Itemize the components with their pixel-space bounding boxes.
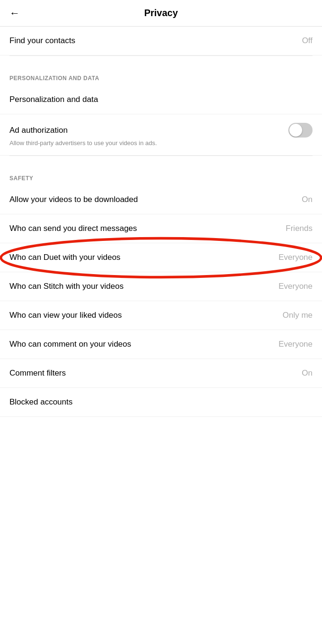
spacer-2: [0, 156, 322, 166]
ad-authorization-label: Ad authorization: [9, 126, 288, 135]
find-contacts-label: Find your contacts: [9, 36, 297, 46]
stitch-row[interactable]: Who can Stitch with your videos Everyone: [0, 272, 322, 301]
page-title: Privacy: [144, 8, 178, 18]
allow-downloads-value: On: [302, 195, 313, 204]
stitch-value: Everyone: [278, 282, 313, 291]
safety-section-header: SAFETY: [0, 166, 322, 185]
direct-messages-value: Friends: [286, 224, 313, 233]
ad-authorization-toggle-container[interactable]: [288, 123, 313, 138]
ad-authorization-row[interactable]: Ad authorization Allow third-party adver…: [0, 114, 322, 156]
liked-videos-row[interactable]: Who can view your liked videos Only me: [0, 301, 322, 330]
spacer: [0, 56, 322, 65]
liked-videos-value: Only me: [283, 311, 313, 320]
direct-messages-label: Who can send you direct messages: [9, 224, 281, 233]
duet-row[interactable]: Who can Duet with your videos Everyone: [0, 243, 322, 272]
allow-downloads-label: Allow your videos to be downloaded: [9, 195, 297, 204]
allow-downloads-row[interactable]: Allow your videos to be downloaded On: [0, 185, 322, 214]
comment-filters-value: On: [302, 368, 313, 378]
duet-label: Who can Duet with your videos: [9, 253, 274, 262]
comment-label: Who can comment on your videos: [9, 340, 274, 349]
find-contacts-row[interactable]: Find your contacts Off: [0, 27, 322, 55]
liked-videos-label: Who can view your liked videos: [9, 311, 278, 320]
comment-row[interactable]: Who can comment on your videos Everyone: [0, 330, 322, 359]
stitch-label: Who can Stitch with your videos: [9, 282, 274, 291]
find-contacts-value: Off: [302, 36, 313, 46]
toggle-knob: [289, 124, 302, 137]
comment-filters-label: Comment filters: [9, 368, 297, 378]
comment-filters-row[interactable]: Comment filters On: [0, 359, 322, 388]
duet-value: Everyone: [278, 253, 313, 262]
personalization-data-label: Personalization and data: [9, 95, 313, 104]
ad-authorization-subtitle: Allow third-party advertisers to use you…: [9, 139, 313, 147]
blocked-accounts-label: Blocked accounts: [9, 397, 313, 407]
ad-authorization-toggle[interactable]: [288, 123, 313, 138]
comment-value: Everyone: [278, 340, 313, 349]
header: ← Privacy: [0, 0, 322, 27]
back-button[interactable]: ←: [9, 7, 20, 19]
blocked-accounts-row[interactable]: Blocked accounts: [0, 388, 322, 417]
direct-messages-row[interactable]: Who can send you direct messages Friends: [0, 214, 322, 243]
duet-row-wrapper: Who can Duet with your videos Everyone: [0, 243, 322, 272]
personalization-data-row[interactable]: Personalization and data: [0, 85, 322, 114]
personalization-section-header: PERSONALIZATION AND DATA: [0, 65, 322, 85]
